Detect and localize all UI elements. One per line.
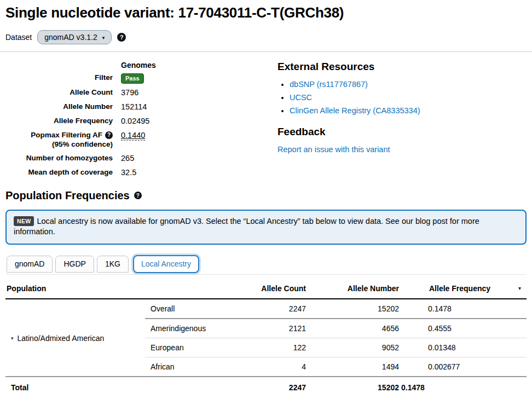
total-label: Total (5, 377, 244, 393)
table-total-row: Total 2247 15202 0.1478 (5, 377, 527, 393)
external-resources-list: dbSNP (rs117767867) UCSC ClinGen Allele … (277, 80, 420, 115)
population-tabs: gnomAD HGDP 1KG Local Ancestry (5, 253, 527, 275)
mean-depth-label: Mean depth of coverage (5, 167, 113, 177)
table-header-row: Population Allele Count Allele Number Al… (5, 281, 527, 299)
dbsnp-link[interactable]: dbSNP (rs117767867) (290, 80, 368, 89)
popmax-value[interactable]: 0.1440 (121, 131, 145, 141)
subpopulation-name: Overall (145, 299, 244, 319)
allele-count-cell: 122 (244, 338, 307, 357)
allele-number-value: 152114 (121, 102, 147, 112)
stat-row-homozygotes: Number of homozygotes 265 (5, 153, 273, 164)
allele-count-cell: 2121 (244, 319, 307, 338)
filter-label: Filter (5, 73, 113, 83)
allele-frequency-value: 0.02495 (121, 116, 149, 126)
total-allele-number: 15202 (307, 377, 400, 393)
homozygotes-label: Number of homozygotes (5, 153, 113, 163)
homozygotes-value: 265 (121, 153, 134, 164)
stat-row-allele-count: Allele Count 3796 (5, 88, 273, 98)
tab-local-ancestry[interactable]: Local Ancestry (133, 255, 199, 273)
dataset-selector[interactable]: gnomAD v3.1.2 ▾ (37, 30, 112, 44)
list-item: dbSNP (rs117767867) (290, 80, 420, 89)
population-column-header: Population (5, 281, 244, 299)
allele-frequency-label: Allele Frequency (5, 116, 113, 126)
variant-summary: Genomes Filter Pass Allele Count 3796 Al… (5, 61, 527, 182)
pass-filter-badge: Pass (121, 73, 144, 84)
allele-number-cell: 9052 (307, 338, 400, 357)
population-frequencies-title: Population Frequencies (5, 189, 130, 202)
allele-number-column-header: Allele Number (307, 281, 400, 299)
subpopulation-name: African (145, 357, 244, 377)
table-row: ▾ Latino/Admixed American Overall 2247 1… (5, 299, 527, 319)
variant-stats-table: Genomes Filter Pass Allele Count 3796 Al… (5, 61, 273, 182)
population-frequencies-heading: Population Frequencies ? (5, 189, 527, 202)
stat-row-allele-frequency: Allele Frequency 0.02495 (5, 116, 273, 126)
genomes-column-header: Genomes (121, 61, 273, 70)
stat-row-filter: Filter Pass (5, 73, 273, 84)
dataset-row: Dataset gnomAD v3.1.2 ▾ ? (5, 30, 527, 44)
allele-number-label: Allele Number (5, 102, 113, 112)
allele-number-cell: 15202 (307, 299, 400, 319)
total-allele-frequency: 0.1478 (400, 377, 527, 393)
dataset-selected-value: gnomAD v3.1.2 (44, 33, 97, 42)
allele-count-cell: 4 (244, 357, 307, 377)
external-resources-section: External Resources dbSNP (rs117767867) U… (277, 61, 420, 182)
page-title: Single nucleotide variant: 17-7043011-C-… (5, 4, 527, 21)
popmax-label-line2: (95% confidence) (5, 140, 113, 149)
allele-number-cell: 1494 (307, 357, 400, 377)
chevron-down-icon: ▾ (102, 36, 105, 41)
allele-frequency-cell: 0.01348 (400, 338, 527, 357)
stat-row-popmax: Popmax Filtering AF ? (95% confidence) 0… (5, 130, 273, 149)
popmax-label-line1: Popmax Filtering AF (31, 130, 102, 140)
new-badge: NEW (14, 216, 34, 226)
banner-text: Local ancestry is now available for gnom… (14, 217, 479, 236)
external-resources-heading: External Resources (277, 61, 420, 73)
subpopulation-name: Amerindigenous (145, 319, 244, 338)
allele-frequency-cell: 0.1478 (400, 299, 527, 319)
clingen-link[interactable]: ClinGen Allele Registry (CA8335334) (290, 106, 420, 115)
allele-number-cell: 4656 (307, 319, 400, 338)
allele-count-value: 3796 (121, 88, 138, 98)
population-group-toggle[interactable]: ▾ Latino/Admixed American (11, 334, 104, 343)
list-item: UCSC (290, 93, 420, 102)
allele-frequency-column-header: Allele Frequency (429, 284, 490, 293)
local-ancestry-banner: NEWLocal ancestry is now available for g… (5, 210, 527, 245)
tab-1kg[interactable]: 1KG (97, 256, 129, 273)
feedback-heading: Feedback (277, 126, 420, 138)
column-sort-caret-icon[interactable]: ▾ (518, 285, 521, 291)
header-divider (0, 51, 532, 52)
subpopulation-name: European (145, 338, 244, 357)
allele-count-cell: 2247 (244, 299, 307, 319)
mean-depth-value: 32.5 (121, 167, 136, 178)
dataset-label: Dataset (5, 33, 32, 42)
allele-count-column-header: Allele Count (244, 281, 307, 299)
tab-hgdp[interactable]: HGDP (55, 256, 94, 273)
total-allele-count: 2247 (244, 377, 307, 393)
list-item: ClinGen Allele Registry (CA8335334) (290, 106, 420, 115)
allele-count-label: Allele Count (5, 88, 113, 97)
report-issue-link[interactable]: Report an issue with this variant (277, 145, 390, 154)
stat-row-allele-number: Allele Number 152114 (5, 102, 273, 112)
dataset-help-icon[interactable]: ? (117, 33, 126, 42)
collapse-caret-icon: ▾ (11, 336, 14, 341)
population-frequencies-help-icon[interactable]: ? (134, 192, 142, 199)
ucsc-link[interactable]: UCSC (290, 93, 312, 102)
frequency-table: Population Allele Count Allele Number Al… (5, 281, 527, 393)
stat-row-mean-depth: Mean depth of coverage 32.5 (5, 167, 273, 178)
allele-frequency-cell: 0.002677 (400, 357, 527, 377)
allele-frequency-cell: 0.4555 (400, 319, 527, 338)
popmax-help-icon[interactable]: ? (105, 131, 113, 139)
population-group-label: Latino/Admixed American (18, 334, 105, 343)
tab-gnomad[interactable]: gnomAD (7, 256, 53, 273)
